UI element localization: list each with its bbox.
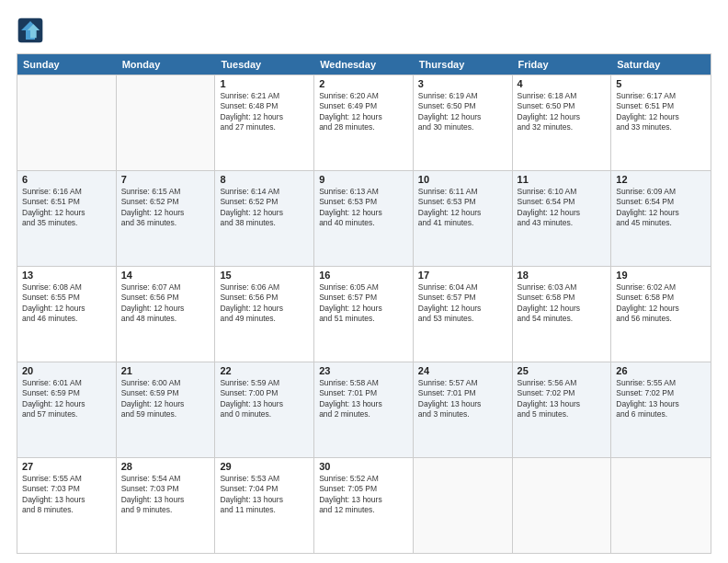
day-cell-1: 1Sunrise: 6:21 AMSunset: 6:48 PMDaylight… xyxy=(215,75,314,170)
cell-info: Sunrise: 5:58 AMSunset: 7:01 PMDaylight:… xyxy=(319,378,408,420)
day-number: 13 xyxy=(22,270,111,281)
day-cell-22: 22Sunrise: 5:59 AMSunset: 7:00 PMDayligh… xyxy=(215,362,314,457)
day-number: 4 xyxy=(518,78,607,89)
empty-cell xyxy=(117,75,216,170)
cell-info: Sunrise: 6:19 AMSunset: 6:50 PMDaylight:… xyxy=(418,91,507,133)
logo-icon xyxy=(17,17,44,44)
day-cell-23: 23Sunrise: 5:58 AMSunset: 7:01 PMDayligh… xyxy=(314,362,414,457)
empty-cell xyxy=(611,458,711,553)
day-number: 7 xyxy=(121,174,210,185)
day-number: 21 xyxy=(121,365,210,376)
day-cell-21: 21Sunrise: 6:00 AMSunset: 6:59 PMDayligh… xyxy=(117,362,216,457)
cell-info: Sunrise: 6:11 AMSunset: 6:53 PMDaylight:… xyxy=(418,187,507,229)
cell-info: Sunrise: 5:52 AMSunset: 7:05 PMDaylight:… xyxy=(319,474,408,516)
day-number: 11 xyxy=(518,174,607,185)
day-number: 9 xyxy=(319,174,408,185)
header-day-friday: Friday xyxy=(513,54,612,75)
day-cell-15: 15Sunrise: 6:06 AMSunset: 6:56 PMDayligh… xyxy=(215,267,314,362)
day-number: 29 xyxy=(220,461,309,472)
day-cell-24: 24Sunrise: 5:57 AMSunset: 7:01 PMDayligh… xyxy=(414,362,513,457)
cell-info: Sunrise: 6:05 AMSunset: 6:57 PMDaylight:… xyxy=(319,282,408,325)
cell-info: Sunrise: 5:54 AMSunset: 7:03 PMDaylight:… xyxy=(121,474,210,516)
day-number: 1 xyxy=(220,78,309,89)
day-number: 19 xyxy=(616,270,706,281)
header-day-sunday: Sunday xyxy=(17,54,117,75)
cell-info: Sunrise: 5:55 AMSunset: 7:03 PMDaylight:… xyxy=(22,474,111,516)
day-number: 15 xyxy=(220,270,309,281)
cell-info: Sunrise: 6:07 AMSunset: 6:56 PMDaylight:… xyxy=(121,282,210,325)
empty-cell xyxy=(17,75,117,170)
day-cell-19: 19Sunrise: 6:02 AMSunset: 6:58 PMDayligh… xyxy=(611,267,711,362)
week-row-2: 6Sunrise: 6:16 AMSunset: 6:51 PMDaylight… xyxy=(17,170,711,266)
cell-info: Sunrise: 5:53 AMSunset: 7:04 PMDaylight:… xyxy=(220,474,309,516)
empty-cell xyxy=(513,458,612,553)
cell-info: Sunrise: 6:04 AMSunset: 6:57 PMDaylight:… xyxy=(418,282,507,325)
day-number: 12 xyxy=(616,174,706,185)
header xyxy=(17,17,711,44)
day-cell-30: 30Sunrise: 5:52 AMSunset: 7:05 PMDayligh… xyxy=(314,458,414,553)
calendar: SundayMondayTuesdayWednesdayThursdayFrid… xyxy=(17,53,711,554)
day-number: 24 xyxy=(418,365,507,376)
cell-info: Sunrise: 6:02 AMSunset: 6:58 PMDaylight:… xyxy=(616,282,706,325)
day-number: 26 xyxy=(616,365,706,376)
cell-info: Sunrise: 6:13 AMSunset: 6:53 PMDaylight:… xyxy=(319,187,408,229)
day-number: 22 xyxy=(220,365,309,376)
day-cell-11: 11Sunrise: 6:10 AMSunset: 6:54 PMDayligh… xyxy=(513,171,612,266)
cell-info: Sunrise: 6:18 AMSunset: 6:50 PMDaylight:… xyxy=(518,91,607,133)
day-number: 17 xyxy=(418,270,507,281)
day-number: 23 xyxy=(319,365,408,376)
header-day-saturday: Saturday xyxy=(611,54,711,75)
cell-info: Sunrise: 6:06 AMSunset: 6:56 PMDaylight:… xyxy=(220,282,309,325)
header-day-thursday: Thursday xyxy=(414,54,513,75)
day-number: 25 xyxy=(518,365,607,376)
day-cell-14: 14Sunrise: 6:07 AMSunset: 6:56 PMDayligh… xyxy=(117,267,216,362)
week-row-1: 1Sunrise: 6:21 AMSunset: 6:48 PMDaylight… xyxy=(17,75,711,170)
header-day-monday: Monday xyxy=(117,54,216,75)
day-number: 2 xyxy=(319,78,408,89)
cell-info: Sunrise: 6:10 AMSunset: 6:54 PMDaylight:… xyxy=(518,187,607,229)
day-cell-10: 10Sunrise: 6:11 AMSunset: 6:53 PMDayligh… xyxy=(414,171,513,266)
calendar-body: 1Sunrise: 6:21 AMSunset: 6:48 PMDaylight… xyxy=(17,75,711,553)
cell-info: Sunrise: 6:01 AMSunset: 6:59 PMDaylight:… xyxy=(22,378,111,420)
day-cell-28: 28Sunrise: 5:54 AMSunset: 7:03 PMDayligh… xyxy=(117,458,216,553)
cell-info: Sunrise: 6:03 AMSunset: 6:58 PMDaylight:… xyxy=(518,282,607,325)
day-cell-16: 16Sunrise: 6:05 AMSunset: 6:57 PMDayligh… xyxy=(314,267,414,362)
day-number: 20 xyxy=(22,365,111,376)
day-number: 28 xyxy=(121,461,210,472)
cell-info: Sunrise: 5:57 AMSunset: 7:01 PMDaylight:… xyxy=(418,378,507,420)
cell-info: Sunrise: 5:59 AMSunset: 7:00 PMDaylight:… xyxy=(220,378,309,420)
header-day-wednesday: Wednesday xyxy=(314,54,414,75)
day-number: 16 xyxy=(319,270,408,281)
day-cell-8: 8Sunrise: 6:14 AMSunset: 6:52 PMDaylight… xyxy=(215,171,314,266)
week-row-5: 27Sunrise: 5:55 AMSunset: 7:03 PMDayligh… xyxy=(17,457,711,553)
calendar-header: SundayMondayTuesdayWednesdayThursdayFrid… xyxy=(17,54,711,75)
day-cell-4: 4Sunrise: 6:18 AMSunset: 6:50 PMDaylight… xyxy=(513,75,612,170)
day-cell-5: 5Sunrise: 6:17 AMSunset: 6:51 PMDaylight… xyxy=(611,75,711,170)
day-cell-7: 7Sunrise: 6:15 AMSunset: 6:52 PMDaylight… xyxy=(117,171,216,266)
day-number: 3 xyxy=(418,78,507,89)
day-number: 10 xyxy=(418,174,507,185)
cell-info: Sunrise: 6:14 AMSunset: 6:52 PMDaylight:… xyxy=(220,187,309,229)
cell-info: Sunrise: 6:17 AMSunset: 6:51 PMDaylight:… xyxy=(616,91,706,133)
day-cell-18: 18Sunrise: 6:03 AMSunset: 6:58 PMDayligh… xyxy=(513,267,612,362)
empty-cell xyxy=(414,458,513,553)
day-cell-26: 26Sunrise: 5:55 AMSunset: 7:02 PMDayligh… xyxy=(611,362,711,457)
cell-info: Sunrise: 6:20 AMSunset: 6:49 PMDaylight:… xyxy=(319,91,408,133)
day-cell-17: 17Sunrise: 6:04 AMSunset: 6:57 PMDayligh… xyxy=(414,267,513,362)
cell-info: Sunrise: 5:56 AMSunset: 7:02 PMDaylight:… xyxy=(518,378,607,420)
day-cell-2: 2Sunrise: 6:20 AMSunset: 6:49 PMDaylight… xyxy=(314,75,414,170)
day-number: 27 xyxy=(22,461,111,472)
cell-info: Sunrise: 6:15 AMSunset: 6:52 PMDaylight:… xyxy=(121,187,210,229)
day-cell-9: 9Sunrise: 6:13 AMSunset: 6:53 PMDaylight… xyxy=(314,171,414,266)
page: SundayMondayTuesdayWednesdayThursdayFrid… xyxy=(0,0,728,563)
day-number: 18 xyxy=(518,270,607,281)
day-cell-20: 20Sunrise: 6:01 AMSunset: 6:59 PMDayligh… xyxy=(17,362,117,457)
cell-info: Sunrise: 5:55 AMSunset: 7:02 PMDaylight:… xyxy=(616,378,706,420)
day-number: 5 xyxy=(616,78,706,89)
cell-info: Sunrise: 6:16 AMSunset: 6:51 PMDaylight:… xyxy=(22,187,111,229)
day-number: 8 xyxy=(220,174,309,185)
week-row-3: 13Sunrise: 6:08 AMSunset: 6:55 PMDayligh… xyxy=(17,266,711,362)
day-cell-13: 13Sunrise: 6:08 AMSunset: 6:55 PMDayligh… xyxy=(17,267,117,362)
day-cell-6: 6Sunrise: 6:16 AMSunset: 6:51 PMDaylight… xyxy=(17,171,117,266)
logo xyxy=(17,17,48,44)
